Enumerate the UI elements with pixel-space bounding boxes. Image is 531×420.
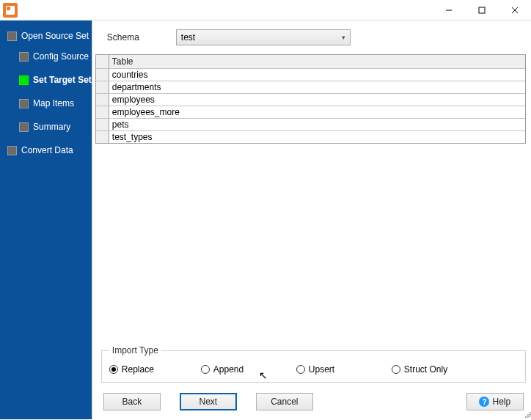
schema-value: test	[181, 32, 195, 43]
table-cell: test_types	[109, 131, 525, 143]
minimize-button[interactable]	[432, 0, 465, 20]
row-header	[96, 94, 109, 106]
row-header	[96, 69, 109, 81]
step-label: Map Items	[33, 98, 74, 108]
wizard-step-summary[interactable]: Summary	[0, 119, 92, 135]
step-icon	[19, 99, 29, 108]
step-icon	[7, 32, 17, 41]
help-button[interactable]: ? Help	[466, 393, 524, 410]
grid-corner	[96, 55, 109, 68]
radio-append[interactable]: Append	[201, 364, 296, 375]
step-icon	[19, 52, 29, 62]
table-row[interactable]: test_types	[96, 130, 525, 143]
resize-grip[interactable]	[524, 409, 531, 418]
svg-rect-1	[479, 7, 485, 13]
close-button[interactable]	[498, 0, 531, 20]
radio-replace[interactable]: Replace	[109, 364, 201, 375]
row-header	[96, 119, 109, 130]
step-label: Config Source	[33, 51, 89, 62]
radio-label: Struct Only	[404, 364, 447, 375]
table-grid[interactable]: Table countriesdepartmentsemployeesemplo…	[95, 54, 526, 144]
next-button[interactable]: Next	[180, 393, 237, 410]
table-cell: pets	[109, 119, 525, 130]
table-cell: employees_more	[109, 106, 525, 118]
wizard-sidebar: Open Source SetConfig SourceSet Target S…	[0, 21, 92, 419]
step-label: Open Source Set	[21, 31, 89, 41]
chevron-down-icon: ▾	[342, 34, 345, 41]
radio-upsert[interactable]: Upsert	[296, 364, 392, 375]
radio-icon	[201, 365, 210, 374]
table-cell: countries	[109, 69, 525, 81]
table-header: Table	[109, 55, 525, 68]
titlebar	[0, 0, 531, 21]
import-type-legend: Import Type	[109, 345, 161, 355]
wizard-step-map-items[interactable]: Map Items	[0, 95, 92, 111]
step-icon	[7, 146, 17, 155]
table-cell: employees	[109, 94, 525, 106]
step-label: Convert Data	[21, 145, 73, 155]
radio-struct-only[interactable]: Struct Only	[392, 364, 447, 375]
import-type-group: Import Type ReplaceAppendUpsertStruct On…	[101, 345, 526, 383]
schema-label: Schema	[107, 32, 139, 43]
step-icon	[19, 75, 29, 85]
table-row[interactable]: employees_more	[96, 106, 525, 118]
schema-select[interactable]: test ▾	[176, 29, 351, 45]
help-icon: ?	[479, 397, 489, 407]
step-label: Summary	[33, 122, 70, 132]
radio-label: Upsert	[309, 364, 334, 375]
wizard-step-convert-data[interactable]: Convert Data	[0, 142, 92, 158]
wizard-step-set-target-set[interactable]: Set Target Set	[0, 72, 92, 88]
step-icon	[19, 122, 29, 132]
app-icon	[3, 3, 18, 18]
radio-icon	[296, 365, 305, 374]
step-label: Set Target Set	[33, 75, 92, 85]
row-header	[96, 131, 109, 143]
table-row[interactable]: departments	[96, 81, 525, 93]
wizard-step-config-source[interactable]: Config Source	[0, 48, 92, 65]
radio-label: Append	[213, 364, 243, 375]
cancel-button[interactable]: Cancel	[256, 393, 313, 410]
main-panel: Schema test ▾ Table countriesdepartments…	[92, 21, 531, 419]
help-label: Help	[492, 397, 510, 407]
table-row[interactable]: employees	[96, 93, 525, 106]
button-bar: Back Next Cancel ? Help	[92, 387, 531, 419]
radio-icon	[392, 365, 400, 374]
maximize-button[interactable]	[465, 0, 498, 20]
back-button[interactable]: Back	[103, 393, 161, 410]
table-cell: departments	[109, 81, 525, 93]
wizard-step-open-source-set[interactable]: Open Source Set	[0, 28, 92, 44]
window-controls	[432, 0, 531, 20]
row-header	[96, 106, 109, 118]
table-row[interactable]: countries	[96, 68, 525, 81]
table-row[interactable]: pets	[96, 118, 525, 130]
row-header	[96, 81, 109, 93]
radio-icon	[109, 365, 118, 374]
radio-label: Replace	[122, 364, 154, 375]
